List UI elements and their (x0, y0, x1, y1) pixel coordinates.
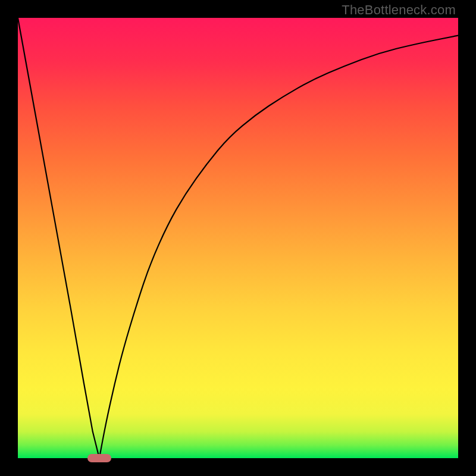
curve-right-branch (99, 36, 458, 458)
chart-frame: TheBottleneck.com (0, 0, 476, 476)
plot-area (18, 18, 458, 458)
bottleneck-curve (18, 18, 458, 458)
curve-left-branch (18, 18, 99, 458)
minimum-marker (87, 454, 111, 462)
watermark-text: TheBottleneck.com (342, 2, 456, 18)
